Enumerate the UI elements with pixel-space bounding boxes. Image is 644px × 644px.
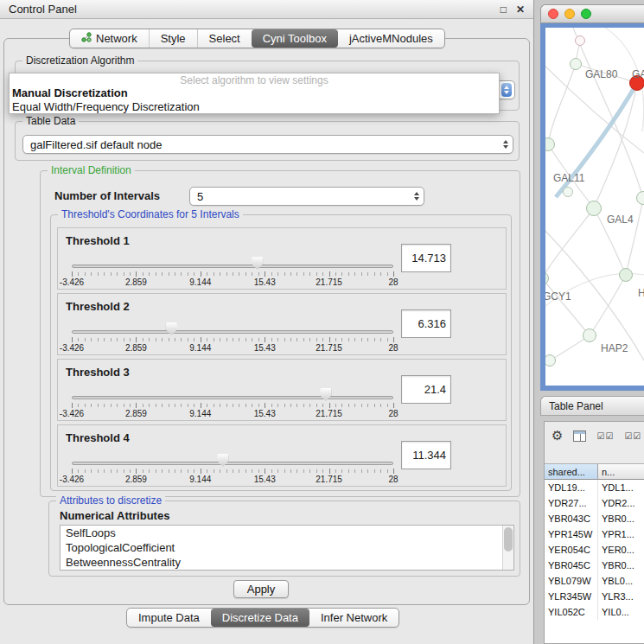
slider-track[interactable] bbox=[72, 330, 393, 334]
tab-cyni-toolbox[interactable]: Cyni Toolbox bbox=[252, 29, 338, 48]
table-row[interactable]: YDL19...YDL1... bbox=[545, 480, 644, 495]
minimize-traffic-light-icon[interactable] bbox=[564, 9, 575, 19]
threshold-panel: Threshold 3 -3.4262.8599.14415.4321.7152… bbox=[57, 359, 507, 421]
threshold-value-field[interactable]: 14.713 bbox=[401, 244, 451, 272]
combo-value: galFiltered.sif default node bbox=[30, 138, 503, 151]
table-cell[interactable]: YBR043C bbox=[545, 511, 598, 526]
threshold-slider[interactable]: -3.4262.8599.14415.4321.71528 bbox=[72, 450, 393, 486]
network-node[interactable] bbox=[619, 268, 633, 282]
threshold-label: Threshold 3 bbox=[66, 366, 130, 379]
table-cell[interactable]: YDR2... bbox=[598, 495, 644, 511]
main-tab-bar: Network Style Select Cyni Toolbox jActiv… bbox=[69, 29, 445, 48]
gear-icon[interactable]: ⚙ bbox=[552, 428, 563, 443]
table-row[interactable]: YBR043CYBR0... bbox=[545, 511, 644, 526]
table-cell[interactable]: YDL1... bbox=[598, 480, 644, 495]
slider-track[interactable] bbox=[72, 462, 393, 465]
interval-definition-group: Interval Definition Number of Intervals … bbox=[40, 170, 520, 497]
network-node[interactable] bbox=[586, 201, 602, 216]
network-node[interactable] bbox=[636, 191, 644, 205]
apply-button[interactable]: Apply bbox=[233, 580, 289, 598]
table-cell[interactable]: YDL19... bbox=[545, 480, 598, 495]
tab-select[interactable]: Select bbox=[197, 29, 252, 48]
threshold-slider[interactable]: -3.4262.8599.14415.4321.71528 bbox=[72, 384, 393, 420]
threshold-slider[interactable]: -3.4262.8599.14415.4321.71528 bbox=[72, 318, 393, 354]
network-canvas[interactable]: GAL80GAGAL11GAL4GCY1HHAP2 bbox=[545, 28, 644, 386]
list-item[interactable]: BetweennessCentrality bbox=[61, 555, 513, 570]
combo-stepper-icon bbox=[501, 83, 512, 97]
threshold-panel: Threshold 2 -3.4262.8599.14415.4321.7152… bbox=[57, 293, 507, 355]
close-window-icon[interactable]: ✕ bbox=[516, 3, 525, 16]
column-header-shared-name[interactable]: shared... bbox=[545, 464, 598, 480]
table-row[interactable]: YBR045CYBR0... bbox=[545, 558, 644, 573]
select-all-rows-icon[interactable]: ☑☑ bbox=[596, 431, 614, 441]
num-intervals-combobox[interactable]: 5 bbox=[189, 187, 424, 206]
cyni-mode-tab-bar: Impute Data Discretize Data Infer Networ… bbox=[126, 608, 399, 628]
network-node[interactable] bbox=[570, 58, 582, 70]
scrollbar-thumb[interactable] bbox=[504, 527, 513, 552]
list-item[interactable]: SelfLoops bbox=[61, 526, 513, 540]
table-cell[interactable]: YBL079W bbox=[545, 573, 598, 589]
table-cell[interactable]: YDR27... bbox=[545, 495, 598, 511]
table-row[interactable]: YPR145WYPR1... bbox=[545, 526, 644, 542]
table-cell[interactable]: YBR0... bbox=[598, 511, 644, 526]
network-node[interactable] bbox=[575, 35, 585, 46]
threshold-value-field[interactable]: 21.4 bbox=[401, 375, 451, 404]
table-cell[interactable]: YER054C bbox=[545, 542, 598, 558]
table-cell[interactable]: YBR045C bbox=[545, 558, 598, 573]
network-node[interactable] bbox=[583, 328, 596, 342]
group-title: Table Data bbox=[22, 115, 79, 127]
table-cell[interactable]: YIL0... bbox=[598, 604, 644, 620]
group-title: Interval Definition bbox=[48, 164, 135, 176]
table-row[interactable]: YLR345WYLR3... bbox=[545, 589, 644, 604]
menu-item-equal-width-frequency[interactable]: Equal Width/Frequency Discretization bbox=[10, 100, 499, 114]
tab-discretize-data[interactable]: Discretize Data bbox=[211, 609, 309, 627]
network-window-titlebar[interactable] bbox=[540, 4, 644, 23]
axis-tick-label: 2.859 bbox=[125, 277, 147, 287]
axis-tick-label: 2.859 bbox=[125, 475, 147, 484]
threshold-slider[interactable]: -3.4262.8599.14415.4321.71528 bbox=[72, 252, 393, 289]
network-node-label: HAP2 bbox=[601, 342, 628, 354]
slider-axis-labels: -3.4262.8599.14415.4321.71528 bbox=[72, 475, 393, 484]
table-cell[interactable]: YLR345W bbox=[545, 589, 598, 604]
threshold-value-field[interactable]: 6.316 bbox=[401, 309, 451, 338]
table-panel-titlebar[interactable]: Table Panel bbox=[540, 396, 644, 416]
table-row[interactable]: YIL052CYIL0... bbox=[545, 604, 644, 620]
table-cell[interactable]: YPR1... bbox=[598, 526, 644, 542]
table-cell[interactable]: YPR145W bbox=[545, 526, 598, 542]
tab-style[interactable]: Style bbox=[149, 29, 197, 48]
group-title: Discretization Algorithm bbox=[22, 54, 137, 67]
table-cell[interactable]: YLR3... bbox=[598, 589, 644, 604]
table-row[interactable]: YDR27...YDR2... bbox=[545, 495, 644, 511]
threshold-value-field[interactable]: 11.344 bbox=[401, 441, 451, 469]
axis-tick-label: 21.715 bbox=[316, 343, 342, 353]
control-panel-titlebar[interactable]: Control Panel □ ✕ bbox=[0, 0, 533, 19]
table-data-combobox[interactable]: galFiltered.sif default node bbox=[22, 135, 513, 154]
axis-tick-label: 28 bbox=[388, 409, 398, 418]
menu-item-manual-discretization[interactable]: Manual Discretization bbox=[10, 86, 499, 100]
float-window-icon[interactable]: □ bbox=[501, 3, 507, 16]
tab-network[interactable]: Network bbox=[70, 29, 149, 48]
list-item[interactable]: TopologicalCoefficient bbox=[61, 540, 513, 555]
slider-track[interactable] bbox=[72, 265, 393, 268]
table-cell[interactable]: YBL0... bbox=[598, 573, 644, 589]
combo-stepper-icon bbox=[503, 140, 508, 149]
zoom-traffic-light-icon[interactable] bbox=[581, 9, 591, 19]
table-cell[interactable]: YIL052C bbox=[545, 604, 598, 620]
show-columns-icon[interactable] bbox=[573, 430, 586, 442]
scrollbar[interactable] bbox=[502, 526, 513, 570]
network-node[interactable] bbox=[563, 187, 573, 197]
tab-label: jActiveMNodules bbox=[349, 32, 433, 45]
table-cell[interactable]: YER0... bbox=[598, 542, 644, 558]
select-all-columns-icon[interactable]: ☑☑ bbox=[624, 431, 641, 441]
table-row[interactable]: YBL079WYBL0... bbox=[545, 573, 644, 589]
table-cell[interactable]: YBR0... bbox=[598, 558, 644, 573]
numerical-attributes-list[interactable]: SelfLoopsTopologicalCoefficientBetweenne… bbox=[60, 525, 514, 571]
column-header-name[interactable]: n... bbox=[598, 464, 644, 480]
table-row[interactable]: YER054CYER0... bbox=[545, 542, 644, 558]
close-traffic-light-icon[interactable] bbox=[548, 9, 558, 19]
tab-impute-data[interactable]: Impute Data bbox=[127, 609, 211, 627]
slider-track[interactable] bbox=[72, 396, 393, 399]
tab-infer-network[interactable]: Infer Network bbox=[309, 609, 399, 627]
axis-tick-label: 9.144 bbox=[189, 277, 211, 287]
tab-jactivemnodules[interactable]: jActiveMNodules bbox=[338, 29, 444, 48]
